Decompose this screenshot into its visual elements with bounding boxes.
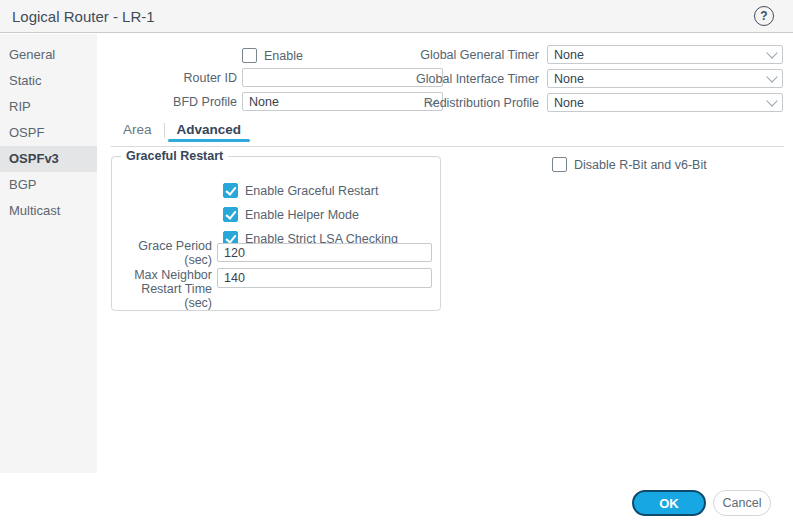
enable-helper-mode-row: Enable Helper Mode <box>223 207 359 222</box>
enable-graceful-restart-checkbox[interactable] <box>223 183 238 198</box>
global-interface-timer-label: Global Interface Timer <box>397 72 547 86</box>
disable-rbit-label: Disable R-Bit and v6-Bit <box>574 158 707 172</box>
sidebar-item-general[interactable]: General <box>0 42 97 68</box>
enable-graceful-restart-label: Enable Graceful Restart <box>245 184 378 198</box>
chevron-down-icon <box>766 47 777 58</box>
chevron-down-icon <box>766 95 777 106</box>
global-general-timer-value: None <box>554 48 584 62</box>
enable-row: Enable <box>97 46 443 65</box>
max-neighbor-restart-label: Max Neighbor Restart Time (sec) <box>112 268 217 310</box>
max-neighbor-restart-input[interactable] <box>217 268 432 288</box>
dialog-title: Logical Router - LR-1 <box>12 8 155 25</box>
bfd-profile-value: None <box>249 95 279 109</box>
grace-period-row: Grace Period (sec) <box>112 243 438 262</box>
enable-label: Enable <box>264 49 303 63</box>
global-interface-timer-select[interactable]: None <box>547 69 783 88</box>
redistribution-profile-value: None <box>554 96 584 110</box>
global-general-timer-select[interactable]: None <box>547 45 783 64</box>
global-general-timer-row: Global General Timer None <box>397 45 783 64</box>
global-interface-timer-row: Global Interface Timer None <box>397 69 783 88</box>
disable-rbit-row: Disable R-Bit and v6-Bit <box>552 157 707 172</box>
bfd-profile-label: BFD Profile <box>97 95 242 109</box>
tab-advanced[interactable]: Advanced <box>165 121 254 137</box>
sidebar-item-ospfv3[interactable]: OSPFv3 <box>0 146 97 172</box>
global-interface-timer-value: None <box>554 72 584 86</box>
sidebar-item-static[interactable]: Static <box>0 68 97 94</box>
grace-period-input[interactable] <box>217 243 432 262</box>
enable-helper-mode-label: Enable Helper Mode <box>245 208 359 222</box>
cancel-button[interactable]: Cancel <box>713 490 771 516</box>
router-id-label: Router ID <box>97 71 242 85</box>
grace-period-label: Grace Period (sec) <box>112 239 217 267</box>
sidebar-item-rip[interactable]: RIP <box>0 94 97 120</box>
router-id-row: Router ID <box>97 68 443 87</box>
sidebar: General Static RIP OSPF OSPFv3 BGP Multi… <box>0 34 97 473</box>
tab-bar: Area Advanced <box>111 121 784 147</box>
sidebar-item-ospf[interactable]: OSPF <box>0 120 97 146</box>
content-panel: Enable Router ID BFD Profile None Global… <box>97 34 793 531</box>
ok-button[interactable]: OK <box>632 490 706 516</box>
logical-router-dialog: Logical Router - LR-1 ? General Static R… <box>0 0 793 531</box>
global-general-timer-label: Global General Timer <box>397 48 547 62</box>
sidebar-item-bgp[interactable]: BGP <box>0 172 97 198</box>
sidebar-item-multicast[interactable]: Multicast <box>0 198 97 224</box>
enable-helper-mode-checkbox[interactable] <box>223 207 238 222</box>
graceful-restart-legend: Graceful Restart <box>121 149 228 164</box>
graceful-restart-group: Graceful Restart Enable Graceful Restart… <box>111 156 441 311</box>
redistribution-profile-label: Redistribution Profile <box>397 96 547 110</box>
enable-graceful-restart-row: Enable Graceful Restart <box>223 183 378 198</box>
redistribution-profile-row: Redistribution Profile None <box>397 93 783 112</box>
redistribution-profile-select[interactable]: None <box>547 93 783 112</box>
disable-rbit-checkbox[interactable] <box>552 157 567 172</box>
enable-checkbox[interactable] <box>242 48 257 63</box>
max-neighbor-restart-row: Max Neighbor Restart Time (sec) <box>112 268 438 298</box>
tab-area[interactable]: Area <box>111 121 164 137</box>
help-icon[interactable]: ? <box>754 6 774 26</box>
chevron-down-icon <box>766 71 777 82</box>
bfd-profile-row: BFD Profile None <box>97 92 443 111</box>
title-bar: Logical Router - LR-1 ? <box>0 0 793 33</box>
